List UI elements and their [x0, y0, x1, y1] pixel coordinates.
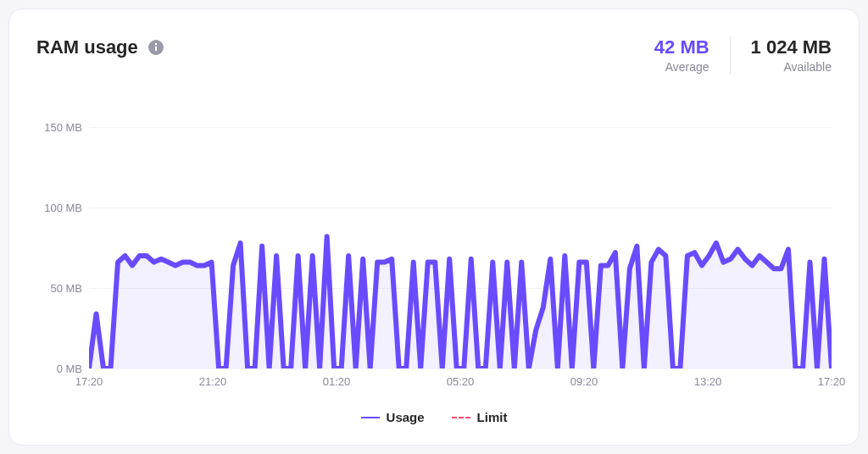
legend-usage: Usage — [361, 410, 425, 424]
chart-area: 0 MB50 MB100 MB150 MB 17:2021:2001:2005:… — [36, 111, 832, 368]
x-tick-label: 13:20 — [694, 375, 722, 388]
stat-average: 42 MB Average — [634, 36, 730, 74]
y-tick-label: 150 MB — [44, 121, 82, 134]
x-tick-label: 01:20 — [323, 375, 351, 388]
plot — [89, 111, 832, 368]
stat-available: 1 024 MB Available — [730, 36, 832, 74]
ram-usage-card: RAM usage 42 MB Average 1 024 MB Availab… — [8, 8, 860, 446]
y-tick-label: 50 MB — [50, 282, 82, 295]
legend-limit-label: Limit — [477, 410, 508, 424]
stat-available-label: Available — [751, 60, 832, 74]
card-title: RAM usage — [36, 36, 138, 58]
y-tick-label: 100 MB — [44, 202, 82, 214]
svg-point-2 — [155, 43, 157, 45]
y-axis: 0 MB50 MB100 MB150 MB — [36, 111, 89, 368]
stat-average-value: 42 MB — [654, 36, 709, 58]
legend-usage-label: Usage — [387, 410, 425, 424]
stat-available-value: 1 024 MB — [751, 36, 832, 58]
legend: Usage Limit — [9, 410, 859, 424]
title-group: RAM usage — [36, 36, 164, 58]
x-tick-label: 09:20 — [570, 375, 598, 388]
stats: 42 MB Average 1 024 MB Available — [634, 36, 832, 74]
x-tick-label: 17:20 — [818, 375, 846, 388]
x-tick-label: 21:20 — [199, 375, 227, 388]
legend-limit: Limit — [452, 410, 508, 424]
x-tick-label: 17:20 — [75, 375, 103, 388]
stat-average-label: Average — [654, 60, 709, 74]
info-icon[interactable] — [148, 40, 164, 55]
legend-usage-swatch — [361, 417, 380, 418]
y-tick-label: 0 MB — [57, 363, 82, 375]
x-tick-label: 05:20 — [447, 375, 475, 388]
legend-limit-swatch — [452, 417, 470, 418]
x-axis: 17:2021:2001:2005:2009:2013:2017:20 — [89, 375, 832, 390]
card-header: RAM usage 42 MB Average 1 024 MB Availab… — [36, 36, 832, 74]
svg-rect-1 — [155, 46, 157, 51]
